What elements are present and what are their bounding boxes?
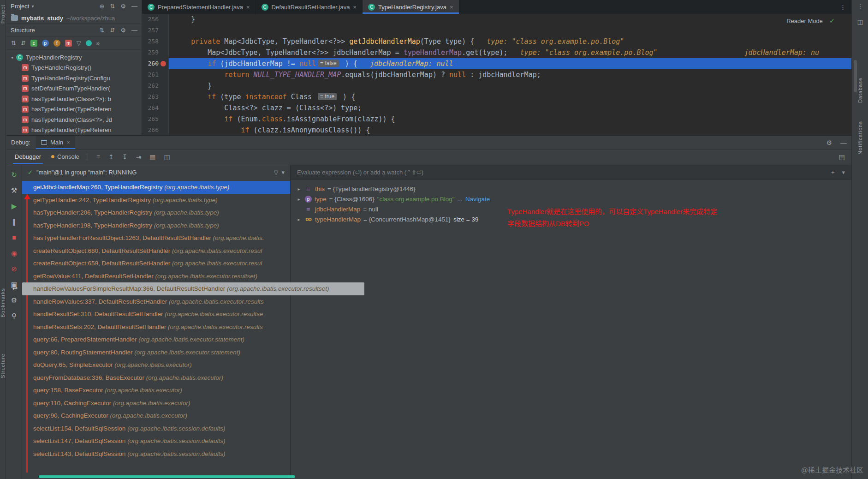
- pin-icon[interactable]: ⚲: [12, 311, 17, 321]
- add-watch-icon[interactable]: +: [831, 169, 835, 176]
- editor-tab[interactable]: CDefaultResultSetHandler.java×: [256, 0, 363, 14]
- debug-settings-gear-icon[interactable]: ⚙: [826, 139, 832, 146]
- code-editor[interactable]: 256 }257258 private Map<JdbcType, TypeHa…: [142, 14, 851, 135]
- view-grid-icon[interactable]: ▦: [149, 153, 155, 161]
- stack-frame[interactable]: createResultObject:659, DefaultResultSet…: [22, 257, 290, 270]
- tab-console[interactable]: Console: [51, 150, 79, 164]
- reader-mode-label[interactable]: Reader Mode: [786, 18, 823, 24]
- structure-method-item[interactable]: mTypeHandlerRegistry(): [6, 63, 142, 73]
- editor-tab[interactable]: CTypeHandlerRegistry.java×: [363, 0, 459, 14]
- sort-icon[interactable]: ⇅: [100, 27, 105, 34]
- frames-filter-icon[interactable]: ▽: [273, 169, 278, 176]
- step-filter-icon[interactable]: ⇥: [136, 153, 141, 161]
- stack-frame[interactable]: query:66, PreparedStatementHandler (org.…: [22, 333, 290, 346]
- structure-method-item[interactable]: mhasTypeHandler(Class<?>, Jd: [6, 114, 142, 125]
- hide-panel-icon[interactable]: —: [131, 3, 137, 10]
- locate-file-icon[interactable]: ⊕: [100, 3, 105, 10]
- expand-icon[interactable]: ▾: [11, 55, 13, 60]
- stack-frame[interactable]: doQuery:65, SimpleExecutor (org.apache.i…: [22, 359, 290, 371]
- split-panels-icon[interactable]: ◫: [164, 153, 170, 161]
- sort-alt-icon[interactable]: ⇵: [110, 27, 115, 34]
- close-icon[interactable]: ×: [450, 4, 453, 11]
- code-line[interactable]: 260 if (jdbcHandlerMap != null= false ) …: [142, 58, 851, 69]
- debugger-settings-icon[interactable]: ⚙: [11, 295, 17, 305]
- layout-settings-icon[interactable]: ▤: [839, 153, 845, 161]
- stack-frame[interactable]: query:110, CachingExecutor (org.apache.i…: [22, 397, 290, 410]
- hide-structure-icon[interactable]: —: [131, 27, 137, 34]
- build-icon[interactable]: ⚒: [11, 186, 17, 195]
- stack-frame[interactable]: handleRowValues:337, DefaultResultSetHan…: [22, 295, 290, 308]
- tab-options-icon[interactable]: ⋮: [840, 4, 851, 11]
- stack-frame[interactable]: getTypeHandler:242, TypeHandlerRegistry …: [22, 194, 290, 207]
- structure-title[interactable]: Structure: [11, 27, 35, 34]
- export-threads-icon[interactable]: ↧: [122, 153, 128, 161]
- notifications-stripe-label[interactable]: Notifications: [857, 121, 863, 155]
- code-line[interactable]: 256 }: [142, 14, 851, 25]
- stack-frame[interactable]: ↩handleRowValuesForSimpleResultMap:366, …: [22, 282, 364, 295]
- code-line[interactable]: 261 return NULL_TYPE_HANDLER_MAP.equals(…: [142, 69, 851, 80]
- breakpoint-icon[interactable]: [161, 61, 166, 66]
- structure-method-item[interactable]: mhasTypeHandler(TypeReferen: [6, 104, 142, 115]
- editor-tab[interactable]: CPreparedStatementHandler.java×: [142, 0, 256, 14]
- structure-method-item[interactable]: msetDefaultEnumTypeHandler(: [6, 84, 142, 94]
- stack-frame[interactable]: handleResultSets:202, DefaultResultSetHa…: [22, 321, 290, 334]
- stack-frame[interactable]: createResultObject:680, DefaultResultSet…: [22, 245, 290, 257]
- stripe-split-icon[interactable]: ◫: [852, 18, 868, 25]
- show-properties-icon[interactable]: p: [42, 40, 49, 47]
- project-root-row[interactable]: mybatis_study ~/workspace/zhua: [6, 12, 142, 24]
- navigate-link[interactable]: Navigate: [465, 196, 490, 203]
- back-arrow-icon[interactable]: ↩: [12, 282, 18, 295]
- debug-tab-main[interactable]: Main ×: [36, 136, 75, 149]
- variable-row[interactable]: ▸≡this = {TypeHandlerRegistry@1446}: [291, 184, 851, 194]
- structure-class-item[interactable]: ▾ C TypeHandlerRegistry: [6, 52, 142, 63]
- project-stripe-label[interactable]: Project: [0, 5, 6, 24]
- stack-frame[interactable]: selectList:154, DefaultSqlSession (org.a…: [22, 422, 290, 435]
- close-icon[interactable]: ×: [353, 4, 357, 11]
- sort-visibility-icon[interactable]: ⇵: [21, 40, 26, 47]
- thread-row[interactable]: ✓ "main"@1 in group "main": RUNNING ▽ ▾: [22, 165, 290, 179]
- frames-filter-caret-icon[interactable]: ▾: [281, 169, 285, 176]
- resume-icon[interactable]: ▶: [12, 201, 17, 211]
- stack-frame[interactable]: hasTypeHandler:198, TypeHandlerRegistry …: [22, 219, 290, 232]
- stack-frame[interactable]: selectList:143, DefaultSqlSession (org.a…: [22, 448, 290, 461]
- structure-method-item[interactable]: mhasTypeHandler(Class<?>): b: [6, 94, 142, 104]
- stack-frame[interactable]: getRowValue:411, DefaultResultSetHandler…: [22, 270, 290, 283]
- structure-method-item[interactable]: mTypeHandlerRegistry(Configu: [6, 73, 142, 84]
- code-line[interactable]: 264 Class<?> clazz = (Class<?>) type;: [142, 102, 851, 114]
- project-settings-icon[interactable]: ⚙: [120, 3, 126, 10]
- view-breakpoints-icon[interactable]: ◉: [11, 248, 17, 258]
- stack-frame[interactable]: queryFromDatabase:336, BaseExecutor (org…: [22, 371, 290, 384]
- code-line[interactable]: 263 if (type instanceof Class = true ) {: [142, 91, 851, 102]
- code-line[interactable]: 266 if (clazz.isAnonymousClass()) {: [142, 125, 851, 135]
- evaluate-expression-bar[interactable]: Evaluate expression (⏎) or add a watch (…: [291, 165, 851, 180]
- project-title[interactable]: Project: [11, 3, 29, 10]
- bookmarks-stripe-label[interactable]: Bookmarks: [0, 288, 6, 317]
- chevron-right-icon[interactable]: ▸: [296, 197, 302, 202]
- collapse-all-icon[interactable]: ⇅: [110, 3, 115, 10]
- code-line[interactable]: 257: [142, 25, 851, 36]
- rerun-debug-icon[interactable]: ↻: [11, 170, 17, 180]
- close-icon[interactable]: ×: [66, 139, 70, 146]
- tab-debugger[interactable]: Debugger: [13, 150, 43, 164]
- azure-plugin-icon[interactable]: [86, 40, 92, 46]
- hide-debug-icon[interactable]: —: [840, 139, 847, 146]
- chevron-right-icon[interactable]: ▸: [296, 217, 302, 222]
- sort-alpha-icon[interactable]: ⇅: [11, 40, 16, 47]
- stack-frame[interactable]: selectList:147, DefaultSqlSession (org.a…: [22, 435, 290, 448]
- stack-frame[interactable]: getJdbcHandlerMap:260, TypeHandlerRegist…: [22, 181, 290, 194]
- structure-stripe-label[interactable]: Structure: [0, 353, 6, 378]
- structure-settings-icon[interactable]: ⚙: [120, 27, 126, 34]
- structure-method-item[interactable]: mhasTypeHandler(TypeReferen: [6, 125, 142, 135]
- thread-dump-icon[interactable]: ↥: [108, 153, 114, 161]
- code-line[interactable]: 265 if (Enum.class.isAssignableFrom(claz…: [142, 114, 851, 125]
- variable-row[interactable]: ▸ptype = {Class@1606} "class org.example…: [291, 194, 851, 204]
- reader-mode-check-icon[interactable]: ✓: [829, 17, 835, 24]
- restore-layout-icon[interactable]: ≡: [96, 153, 100, 161]
- chevron-right-icon[interactable]: ▸: [296, 186, 302, 192]
- stack-frame[interactable]: query:90, CachingExecutor (org.apache.ib…: [22, 409, 290, 422]
- more-icon[interactable]: »: [96, 40, 100, 47]
- filter-icon[interactable]: ▽: [77, 40, 81, 47]
- stop-icon[interactable]: ■: [12, 233, 16, 242]
- stack-frame[interactable]: query:80, RoutingStatementHandler (org.a…: [22, 346, 290, 359]
- stack-frame[interactable]: handleResultSet:310, DefaultResultSetHan…: [22, 308, 290, 321]
